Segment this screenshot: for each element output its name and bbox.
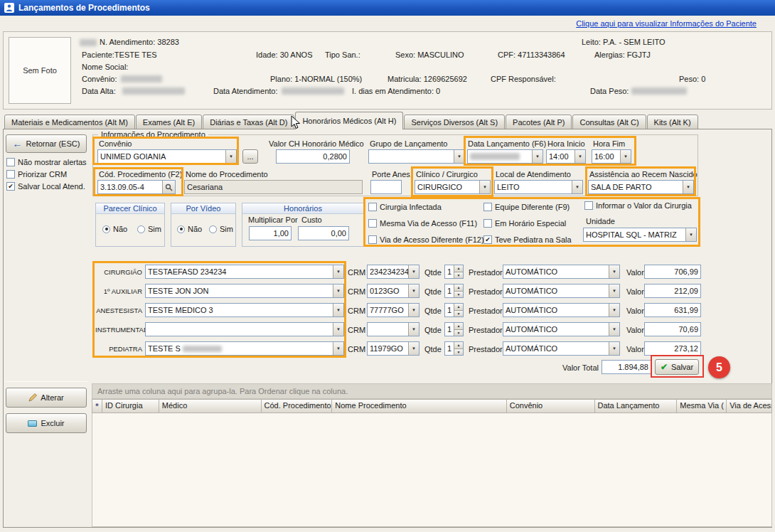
tab-diarias-taxas[interactable]: Diárias e Taxas (Alt D) (203, 115, 294, 129)
tab-consultas[interactable]: Consultas (Alt C) (572, 115, 646, 129)
chevron-down-icon[interactable]: ▼ (572, 181, 582, 193)
spin-down-icon[interactable]: ▼ (454, 310, 463, 317)
anestesista-combo[interactable]: TESTE MEDICO 3 ▼ (145, 303, 344, 317)
custo-field[interactable]: 0,00 (298, 226, 349, 240)
porte-anes-field[interactable] (370, 180, 402, 194)
informar-valor-cirurgia-checkbox[interactable]: Informar o Valor da Cirurgia (584, 201, 692, 210)
teve-pediatra-checkbox[interactable]: ✔ Teve Pediatra na Sala (483, 235, 572, 244)
chevron-down-icon[interactable]: ▼ (609, 304, 619, 316)
auxiliar-valor-field[interactable]: 212,09 (644, 284, 701, 298)
spinner-arrows[interactable]: ▲▼ (454, 265, 463, 278)
chevron-down-icon[interactable]: ▼ (408, 284, 419, 297)
chevron-down-icon[interactable]: ▼ (333, 323, 343, 336)
spin-up-icon[interactable]: ▲ (454, 304, 463, 310)
pediatra-prestador-combo[interactable]: AUTOMÁTICO ▼ (503, 341, 620, 356)
grid-col-convenio[interactable]: Convênio (507, 400, 595, 413)
nao-mostrar-alertas-checkbox[interactable]: Não mostrar alertas (6, 158, 87, 166)
instrumentador-combo[interactable]: ▼ (145, 322, 344, 336)
search-icon[interactable] (162, 181, 175, 193)
auxiliar-prestador-combo[interactable]: AUTOMÁTICO ▼ (503, 284, 620, 298)
spin-up-icon[interactable]: ▲ (454, 342, 463, 349)
hora-fim-field[interactable]: 16:00 ▼ (592, 149, 631, 164)
spinner-arrows[interactable]: ▲▼ (454, 284, 463, 297)
grid-groupby-bar[interactable]: Arraste uma coluna aqui para agrupa-la. … (92, 383, 772, 399)
instrumentador-crm-combo[interactable]: ▼ (367, 322, 419, 336)
chevron-down-icon[interactable]: ▼ (574, 150, 585, 163)
grid-col-via-de-acesso[interactable]: Via de Acesso (727, 400, 771, 413)
chevron-down-icon[interactable]: ▼ (532, 150, 542, 163)
local-atendimento-combo[interactable]: LEITO ▼ (494, 180, 583, 194)
valor-ch-field[interactable]: 0,2800 (276, 149, 350, 164)
chevron-down-icon[interactable]: ▼ (683, 181, 693, 193)
cod-procedimento-field[interactable]: 3.13.09.05-4 (97, 180, 176, 194)
salvar-local-atend-checkbox[interactable]: ✔ Salvar Local Atend. (6, 182, 85, 191)
mesma-via-acesso-checkbox[interactable]: Mesma Via de Acesso (F11) (368, 219, 477, 228)
spin-up-icon[interactable]: ▲ (454, 265, 463, 272)
auxiliar-combo[interactable]: TESTE JON JON ▼ (145, 284, 344, 298)
chevron-down-icon[interactable]: ▼ (609, 265, 619, 278)
chevron-down-icon[interactable]: ▼ (333, 342, 343, 355)
chevron-down-icon[interactable]: ▼ (333, 304, 343, 316)
chevron-down-icon[interactable]: ▼ (454, 150, 464, 163)
chevron-down-icon[interactable]: ▼ (620, 150, 631, 163)
auxiliar-qtde-stepper[interactable]: 1 ▲▼ (444, 284, 464, 298)
tab-servicos-diversos[interactable]: Serviços Diversos (Alt S) (404, 115, 505, 129)
chevron-down-icon[interactable]: ▼ (609, 284, 619, 297)
parecer-sim-radio[interactable]: Sim (137, 225, 161, 233)
patient-info-link[interactable]: Clique aqui para visualizar Informações … (576, 19, 757, 28)
retornar-button[interactable]: ← Retornar (ESC) (6, 134, 87, 153)
video-nao-radio[interactable]: Não (177, 225, 202, 233)
pediatra-combo[interactable]: TESTE S ▼ (145, 341, 344, 356)
cirurgia-infectada-checkbox[interactable]: Cirurgia Infectada (368, 203, 442, 211)
anestesista-qtde-stepper[interactable]: 1 ▲▼ (444, 303, 464, 317)
via-acesso-diferente-checkbox[interactable]: Via de Acesso Diferente (F12) (368, 235, 484, 244)
pediatra-valor-field[interactable]: 273,12 (644, 341, 701, 356)
priorizar-crm-checkbox[interactable]: Priorizar CRM (6, 170, 67, 179)
em-horario-especial-checkbox[interactable]: Em Horário Especial (483, 219, 566, 228)
tab-exames[interactable]: Exames (Alt E) (136, 115, 202, 129)
grid-col-mesma-via[interactable]: Mesma Via ( (677, 400, 727, 413)
grupo-lancamento-combo[interactable]: ▼ (368, 149, 465, 164)
spin-down-icon[interactable]: ▼ (454, 272, 463, 279)
chevron-down-icon[interactable]: ▼ (609, 342, 619, 355)
chevron-down-icon[interactable]: ▼ (408, 323, 419, 336)
grid-col-medico[interactable]: Médico (159, 400, 262, 413)
alterar-button[interactable]: Alterar (6, 388, 87, 408)
cirurgiao-valor-field[interactable]: 706,99 (644, 265, 701, 279)
chevron-down-icon[interactable]: ▼ (609, 323, 619, 336)
spin-down-icon[interactable]: ▼ (454, 329, 463, 336)
cirurgiao-qtde-stepper[interactable]: 1 ▲▼ (444, 265, 464, 279)
instrumentador-prestador-combo[interactable]: AUTOMÁTICO ▼ (503, 322, 620, 336)
grid-col-cod-procedimento[interactable]: Cód. Procedimento (262, 400, 333, 413)
clinico-cirurgico-combo[interactable]: CIRURGICO ▼ (415, 180, 491, 194)
equipe-diferente-checkbox[interactable]: Equipe Diferente (F9) (483, 203, 570, 211)
spinner-arrows[interactable]: ▲▼ (454, 323, 463, 336)
auxiliar-crm-combo[interactable]: 0123GO ▼ (367, 284, 419, 298)
spin-down-icon[interactable]: ▼ (454, 349, 463, 356)
chevron-down-icon[interactable]: ▼ (408, 304, 419, 316)
spinner-arrows[interactable]: ▲▼ (454, 304, 463, 316)
grid-col-data-lancamento[interactable]: Data Lançamento (595, 400, 678, 413)
data-lancamento-combo[interactable]: ▼ (467, 149, 543, 164)
chevron-down-icon[interactable]: ▼ (225, 150, 236, 163)
chevron-down-icon[interactable]: ▼ (479, 181, 490, 193)
cirurgiao-prestador-combo[interactable]: AUTOMÁTICO ▼ (503, 265, 620, 279)
spin-up-icon[interactable]: ▲ (454, 284, 463, 291)
multiplicar-field[interactable]: 1,00 (249, 226, 292, 240)
chevron-down-icon[interactable]: ▼ (333, 284, 343, 297)
hora-inicio-field[interactable]: 14:00 ▼ (546, 149, 586, 164)
chevron-down-icon[interactable]: ▼ (408, 265, 419, 278)
tab-kits[interactable]: Kits (Alt K) (647, 115, 698, 129)
video-sim-radio[interactable]: Sim (209, 225, 233, 233)
assistencia-combo[interactable]: SALA DE PARTO ▼ (588, 180, 694, 194)
grid-col-id-cirurgia[interactable]: ID Cirurgia (102, 400, 159, 413)
cirurgiao-crm-combo[interactable]: 234234234( ▼ (367, 265, 419, 279)
pediatra-qtde-stepper[interactable]: 1 ▲▼ (444, 341, 464, 356)
parecer-nao-radio[interactable]: Não (102, 225, 127, 233)
excluir-button[interactable]: Excluir (6, 413, 87, 433)
anestesista-valor-field[interactable]: 631,99 (644, 303, 701, 317)
salvar-button[interactable]: ✔ Salvar (655, 359, 699, 375)
tab-honorarios-medicos[interactable]: Honorários Médicos (Alt H) (295, 112, 403, 129)
chevron-down-icon[interactable]: ▼ (333, 265, 343, 278)
convenio-lookup-button[interactable]: ... (242, 149, 258, 164)
